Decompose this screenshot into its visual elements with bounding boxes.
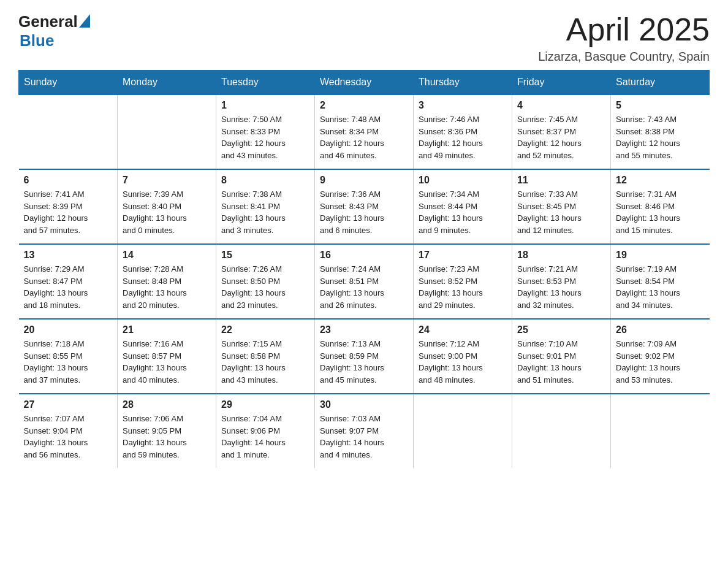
day-info: Sunrise: 7:18 AMSunset: 8:55 PMDaylight:… bbox=[24, 338, 113, 386]
calendar-day-cell: 4Sunrise: 7:45 AMSunset: 8:37 PMDaylight… bbox=[512, 94, 611, 169]
calendar-day-cell: 29Sunrise: 7:04 AMSunset: 9:06 PMDayligh… bbox=[216, 394, 315, 468]
calendar-header-cell: Thursday bbox=[414, 71, 512, 95]
calendar-header-cell: Wednesday bbox=[315, 71, 414, 95]
day-number: 24 bbox=[419, 324, 507, 335]
calendar-day-cell: 17Sunrise: 7:23 AMSunset: 8:52 PMDayligh… bbox=[414, 244, 512, 319]
day-info: Sunrise: 7:13 AMSunset: 8:59 PMDaylight:… bbox=[320, 338, 408, 386]
calendar-week-row: 20Sunrise: 7:18 AMSunset: 8:55 PMDayligh… bbox=[19, 319, 710, 394]
calendar-header-cell: Saturday bbox=[611, 71, 710, 95]
calendar-day-cell: 9Sunrise: 7:36 AMSunset: 8:43 PMDaylight… bbox=[315, 169, 414, 244]
calendar-day-cell: 23Sunrise: 7:13 AMSunset: 8:59 PMDayligh… bbox=[315, 319, 414, 394]
calendar-day-cell: 5Sunrise: 7:43 AMSunset: 8:38 PMDaylight… bbox=[611, 94, 710, 169]
calendar-day-cell: 26Sunrise: 7:09 AMSunset: 9:02 PMDayligh… bbox=[611, 319, 710, 394]
calendar-day-cell: 30Sunrise: 7:03 AMSunset: 9:07 PMDayligh… bbox=[315, 394, 414, 468]
day-number: 5 bbox=[616, 100, 705, 111]
logo-blue-text: Blue bbox=[20, 31, 54, 50]
day-info: Sunrise: 7:33 AMSunset: 8:45 PMDaylight:… bbox=[517, 188, 605, 236]
calendar-header-cell: Sunday bbox=[19, 71, 118, 95]
day-number: 11 bbox=[517, 175, 605, 186]
day-info: Sunrise: 7:29 AMSunset: 8:47 PMDaylight:… bbox=[24, 263, 113, 311]
calendar-day-cell bbox=[118, 94, 216, 169]
calendar-day-cell: 14Sunrise: 7:28 AMSunset: 8:48 PMDayligh… bbox=[118, 244, 216, 319]
svg-marker-0 bbox=[79, 14, 90, 28]
logo: General Blue bbox=[18, 12, 90, 50]
calendar-day-cell: 6Sunrise: 7:41 AMSunset: 8:39 PMDaylight… bbox=[19, 169, 118, 244]
calendar-day-cell: 13Sunrise: 7:29 AMSunset: 8:47 PMDayligh… bbox=[19, 244, 118, 319]
calendar-day-cell: 1Sunrise: 7:50 AMSunset: 8:33 PMDaylight… bbox=[216, 94, 315, 169]
day-number: 9 bbox=[320, 175, 408, 186]
calendar-header-row: SundayMondayTuesdayWednesdayThursdayFrid… bbox=[19, 71, 710, 95]
day-number: 10 bbox=[419, 175, 507, 186]
day-info: Sunrise: 7:28 AMSunset: 8:48 PMDaylight:… bbox=[123, 263, 211, 311]
day-number: 7 bbox=[123, 175, 211, 186]
page-header: General Blue April 2025 Lizarza, Basque … bbox=[18, 12, 710, 64]
day-number: 1 bbox=[221, 100, 309, 111]
day-number: 29 bbox=[221, 399, 309, 410]
day-info: Sunrise: 7:06 AMSunset: 9:05 PMDaylight:… bbox=[123, 413, 211, 461]
calendar-day-cell: 27Sunrise: 7:07 AMSunset: 9:04 PMDayligh… bbox=[19, 394, 118, 468]
calendar-header: SundayMondayTuesdayWednesdayThursdayFrid… bbox=[19, 71, 710, 95]
day-info: Sunrise: 7:43 AMSunset: 8:38 PMDaylight:… bbox=[616, 113, 705, 161]
day-number: 22 bbox=[221, 324, 309, 335]
day-number: 25 bbox=[517, 324, 605, 335]
day-number: 8 bbox=[221, 175, 309, 186]
calendar-day-cell: 2Sunrise: 7:48 AMSunset: 8:34 PMDaylight… bbox=[315, 94, 414, 169]
calendar-day-cell: 3Sunrise: 7:46 AMSunset: 8:36 PMDaylight… bbox=[414, 94, 512, 169]
calendar-day-cell: 19Sunrise: 7:19 AMSunset: 8:54 PMDayligh… bbox=[611, 244, 710, 319]
day-info: Sunrise: 7:04 AMSunset: 9:06 PMDaylight:… bbox=[221, 413, 309, 461]
calendar-header-cell: Tuesday bbox=[216, 71, 315, 95]
day-info: Sunrise: 7:31 AMSunset: 8:46 PMDaylight:… bbox=[616, 188, 705, 236]
calendar-day-cell: 8Sunrise: 7:38 AMSunset: 8:41 PMDaylight… bbox=[216, 169, 315, 244]
calendar-week-row: 6Sunrise: 7:41 AMSunset: 8:39 PMDaylight… bbox=[19, 169, 710, 244]
day-info: Sunrise: 7:48 AMSunset: 8:34 PMDaylight:… bbox=[320, 113, 408, 161]
day-number: 12 bbox=[616, 175, 705, 186]
calendar-day-cell: 20Sunrise: 7:18 AMSunset: 8:55 PMDayligh… bbox=[19, 319, 118, 394]
calendar-day-cell: 18Sunrise: 7:21 AMSunset: 8:53 PMDayligh… bbox=[512, 244, 611, 319]
day-number: 14 bbox=[123, 250, 211, 261]
calendar-day-cell: 10Sunrise: 7:34 AMSunset: 8:44 PMDayligh… bbox=[414, 169, 512, 244]
day-info: Sunrise: 7:10 AMSunset: 9:01 PMDaylight:… bbox=[517, 338, 605, 386]
calendar-day-cell bbox=[19, 94, 118, 169]
page-title: April 2025 bbox=[538, 12, 710, 47]
day-number: 15 bbox=[221, 250, 309, 261]
day-info: Sunrise: 7:15 AMSunset: 8:58 PMDaylight:… bbox=[221, 338, 309, 386]
day-number: 17 bbox=[419, 250, 507, 261]
day-number: 16 bbox=[320, 250, 408, 261]
logo-general-text: General bbox=[18, 12, 78, 31]
calendar-day-cell: 22Sunrise: 7:15 AMSunset: 8:58 PMDayligh… bbox=[216, 319, 315, 394]
day-number: 3 bbox=[419, 100, 507, 111]
day-info: Sunrise: 7:24 AMSunset: 8:51 PMDaylight:… bbox=[320, 263, 408, 311]
calendar-week-row: 13Sunrise: 7:29 AMSunset: 8:47 PMDayligh… bbox=[19, 244, 710, 319]
calendar-header-cell: Monday bbox=[118, 71, 216, 95]
calendar-day-cell: 16Sunrise: 7:24 AMSunset: 8:51 PMDayligh… bbox=[315, 244, 414, 319]
day-number: 27 bbox=[24, 399, 113, 410]
day-info: Sunrise: 7:50 AMSunset: 8:33 PMDaylight:… bbox=[221, 113, 309, 161]
day-info: Sunrise: 7:07 AMSunset: 9:04 PMDaylight:… bbox=[24, 413, 113, 461]
calendar-body: 1Sunrise: 7:50 AMSunset: 8:33 PMDaylight… bbox=[19, 94, 710, 468]
page-subtitle: Lizarza, Basque Country, Spain bbox=[538, 50, 710, 64]
day-number: 26 bbox=[616, 324, 705, 335]
calendar-day-cell bbox=[414, 394, 512, 468]
calendar-day-cell bbox=[512, 394, 611, 468]
day-info: Sunrise: 7:09 AMSunset: 9:02 PMDaylight:… bbox=[616, 338, 705, 386]
day-info: Sunrise: 7:34 AMSunset: 8:44 PMDaylight:… bbox=[419, 188, 507, 236]
day-info: Sunrise: 7:19 AMSunset: 8:54 PMDaylight:… bbox=[616, 263, 705, 311]
day-info: Sunrise: 7:46 AMSunset: 8:36 PMDaylight:… bbox=[419, 113, 507, 161]
day-number: 18 bbox=[517, 250, 605, 261]
day-info: Sunrise: 7:23 AMSunset: 8:52 PMDaylight:… bbox=[419, 263, 507, 311]
day-number: 2 bbox=[320, 100, 408, 111]
day-number: 23 bbox=[320, 324, 408, 335]
day-info: Sunrise: 7:26 AMSunset: 8:50 PMDaylight:… bbox=[221, 263, 309, 311]
calendar-day-cell: 21Sunrise: 7:16 AMSunset: 8:57 PMDayligh… bbox=[118, 319, 216, 394]
day-number: 30 bbox=[320, 399, 408, 410]
day-number: 20 bbox=[24, 324, 113, 335]
day-number: 19 bbox=[616, 250, 705, 261]
day-number: 28 bbox=[123, 399, 211, 410]
day-number: 13 bbox=[24, 250, 113, 261]
day-info: Sunrise: 7:21 AMSunset: 8:53 PMDaylight:… bbox=[517, 263, 605, 311]
calendar-table: SundayMondayTuesdayWednesdayThursdayFrid… bbox=[18, 70, 710, 468]
day-info: Sunrise: 7:03 AMSunset: 9:07 PMDaylight:… bbox=[320, 413, 408, 461]
calendar-day-cell: 28Sunrise: 7:06 AMSunset: 9:05 PMDayligh… bbox=[118, 394, 216, 468]
day-info: Sunrise: 7:38 AMSunset: 8:41 PMDaylight:… bbox=[221, 188, 309, 236]
calendar-day-cell: 12Sunrise: 7:31 AMSunset: 8:46 PMDayligh… bbox=[611, 169, 710, 244]
